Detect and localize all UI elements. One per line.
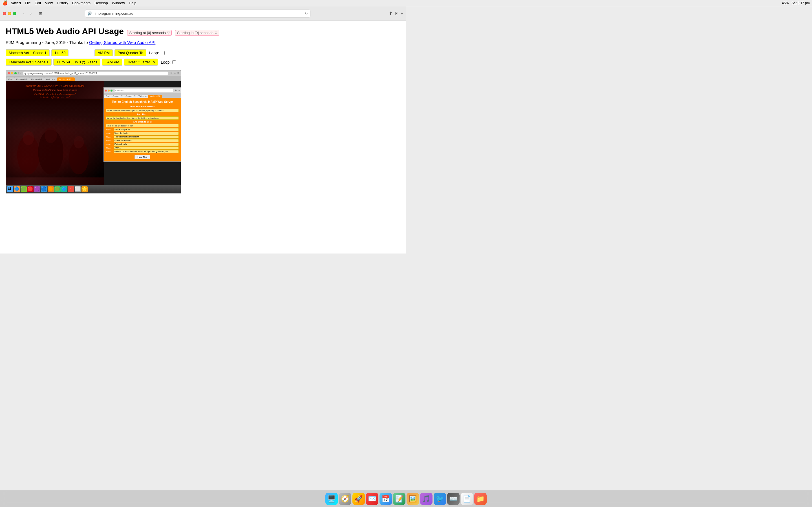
dock-icon-7[interactable]: 🟠	[48, 186, 54, 192]
inner-tab-localhost[interactable]: localhost:88...	[57, 77, 74, 81]
isb-row1-input[interactable]: Where the place?	[114, 128, 179, 131]
isb-input1-text: When shall we three meet again. In thund…	[107, 110, 163, 112]
menubar-edit[interactable]: Edit	[35, 1, 41, 5]
inner-refresh-icon[interactable]: ↻	[170, 71, 172, 75]
isb-url-field[interactable]: localhost	[114, 89, 173, 93]
reload-button[interactable]: ↻	[305, 11, 308, 15]
dock-icon-11[interactable]: ⬜	[75, 186, 81, 192]
isb-more-icon[interactable]: ≡	[179, 89, 180, 92]
loop-checkbox-2[interactable]	[172, 60, 176, 64]
loop-checkbox-1[interactable]	[161, 51, 165, 55]
share-icon[interactable]: ⬆	[389, 11, 393, 16]
inner-maximize[interactable]	[14, 72, 17, 74]
dock-icon-5[interactable]: 🟣	[34, 186, 40, 192]
menubar-safari[interactable]: Safari	[11, 1, 21, 5]
menubar-file[interactable]: File	[25, 1, 31, 5]
isb-row2-label: More:	[106, 132, 113, 134]
isb-minimize[interactable]	[108, 90, 110, 92]
menubar-view[interactable]: View	[45, 1, 53, 5]
svg-point-5	[74, 136, 84, 149]
badge-start-at: Starting at [0] seconds ▽	[127, 30, 171, 36]
inner-forward-btn[interactable]: ›	[20, 71, 20, 75]
add-tab-icon[interactable]: +	[401, 11, 403, 16]
isb-input3[interactable]: That will be are the set of sun.	[106, 124, 179, 127]
isb-row1-label: More:	[106, 129, 113, 131]
sidebar-toggle-button[interactable]: ⊞	[37, 10, 45, 17]
inner-bookmark-icon[interactable]: ☆	[174, 71, 176, 75]
isb-tab-cart[interactable]: Cart	[104, 95, 111, 98]
close-button[interactable]	[3, 12, 6, 15]
dock-icon-2[interactable]: 🔷	[14, 186, 20, 192]
minimize-button[interactable]	[8, 12, 11, 15]
menubar-window[interactable]: Window	[112, 1, 125, 5]
isb-row6-input[interactable]: Anon...	[114, 147, 179, 150]
isb-row5-text: Paddock calls.	[114, 143, 127, 145]
btn-am-pm[interactable]: AM PM	[94, 49, 113, 56]
btn-1-to-59[interactable]: 1 to 59	[51, 49, 69, 56]
dock-icon-9[interactable]: 🔷	[61, 186, 67, 192]
screenshot-dock: 🖥 🔷 🟩 🔴 🟣 🔵 🟠 🟢 🔷 🔺 ⬜ 🌟	[6, 185, 181, 193]
isb-tab-canvas1[interactable]: Canvas HT	[111, 95, 124, 98]
isb-tab-welcome[interactable]: Welcome	[137, 95, 148, 98]
dock-icon-4[interactable]: 🔴	[28, 186, 34, 192]
back-button[interactable]: ‹	[20, 10, 27, 17]
isb-tab-localhost[interactable]: localhost:88	[148, 95, 161, 98]
isb-row-4: More: I come, Graymalkin!	[106, 139, 179, 142]
isb-row-2: More: Upon the heath.	[106, 132, 179, 135]
isb-close[interactable]	[105, 90, 107, 92]
macbeth-subtitle-text: Thunder and lightning. Enter three Witch…	[33, 89, 77, 91]
subtitle-link[interactable]: Getting Started with Web Audio API	[89, 40, 156, 45]
dock-icon-8[interactable]: 🟢	[54, 186, 61, 192]
isb-row3-input[interactable]: There to meet with Macbeth.	[114, 135, 179, 138]
isb-row-6: More: Anon...	[106, 147, 179, 150]
badge1-spindown[interactable]: ▽	[167, 31, 170, 35]
url-bar[interactable]: 🔊 rjmprogramming.com.au ↻	[85, 10, 310, 17]
new-tab-icon[interactable]: ⊡	[395, 11, 398, 16]
dock-icon-12[interactable]: 🌟	[82, 186, 88, 192]
isb-row5-input[interactable]: Paddock calls.	[114, 143, 179, 146]
audio-icon[interactable]: 🔊	[87, 11, 92, 15]
inner-tab-canvas1[interactable]: Canvas HT	[14, 77, 29, 81]
menubar-history[interactable]: History	[57, 1, 68, 5]
inner-close[interactable]	[8, 72, 10, 74]
btn-plus-am-pm[interactable]: +AM PM	[102, 59, 122, 66]
dock-icon-10[interactable]: 🔺	[68, 186, 74, 192]
inner-tab-canvas2[interactable]: Canvas HT	[29, 77, 44, 81]
dock-icon-3[interactable]: 🟩	[20, 186, 27, 192]
isb-refresh-icon[interactable]: ↻	[175, 89, 177, 92]
isb-row-3: More: There to meet with Macbeth.	[106, 135, 179, 138]
isb-input1[interactable]: When shall we three meet again. In thund…	[106, 109, 179, 112]
inner-back-btn[interactable]: ‹	[18, 71, 18, 75]
menubar-help[interactable]: Help	[129, 1, 137, 5]
inner-tab-welcome[interactable]: Welcome	[44, 77, 57, 81]
hear-this-button[interactable]: Hear This	[135, 155, 151, 159]
isb-row7-label: More:	[106, 151, 113, 153]
badge2-spindown[interactable]: ▽	[214, 31, 217, 35]
isb-maximize[interactable]	[110, 90, 112, 92]
inner-menu-icon[interactable]: ≡	[177, 71, 179, 75]
isb-row7-input[interactable]: Fair is foul, and foul is fair. Hover th…	[114, 150, 179, 153]
url-text: rjmprogramming.com.au	[94, 11, 133, 15]
isb-tab-canvas2[interactable]: Canvas HT	[124, 95, 137, 98]
btn-plus-macbeth-scene[interactable]: +Macbeth Act 1 Scene 1	[6, 59, 52, 66]
inner-tab-cart[interactable]: Cart	[6, 77, 14, 81]
dock-icon-6[interactable]: 🔵	[41, 186, 47, 192]
menubar-develop[interactable]: Develop	[94, 1, 108, 5]
isb-input2[interactable]: When the hurlyburly's done. When the bat…	[106, 116, 179, 120]
isb-row2-input[interactable]: Upon the heath.	[114, 132, 179, 135]
maximize-button[interactable]	[13, 12, 16, 15]
inner-url-bar[interactable]: rjmprogramming.com.au/HTML/macbeth_act1_…	[23, 71, 168, 75]
btn-plus-past-quarter[interactable]: +Past Quarter To	[124, 59, 158, 66]
forward-button[interactable]: ›	[28, 10, 35, 17]
apple-menu[interactable]: 🍎	[2, 0, 8, 6]
button-row-1: Macbeth Act 1 Scene 1 1 to 59 AM PM Past…	[6, 49, 400, 56]
inner-minimize[interactable]	[11, 72, 13, 74]
menubar-bookmarks[interactable]: Bookmarks	[72, 1, 91, 5]
isb-row4-input[interactable]: I come, Graymalkin!	[114, 139, 179, 142]
btn-past-quarter[interactable]: Past Quarter To	[114, 49, 146, 56]
btn-macbeth-scene[interactable]: Macbeth Act 1 Scene 1	[6, 49, 50, 56]
isb-row2-text: Upon the heath.	[114, 132, 129, 134]
dock-finder-icon[interactable]: 🖥	[7, 186, 13, 192]
dock-icons: 🖥 🔷 🟩 🔴 🟣 🔵 🟠 🟢 🔷 🔺 ⬜ 🌟	[7, 186, 88, 192]
btn-plus-1-to-59-secs[interactable]: +1 to 59 ... in 3 @ 6 secs	[53, 59, 100, 66]
